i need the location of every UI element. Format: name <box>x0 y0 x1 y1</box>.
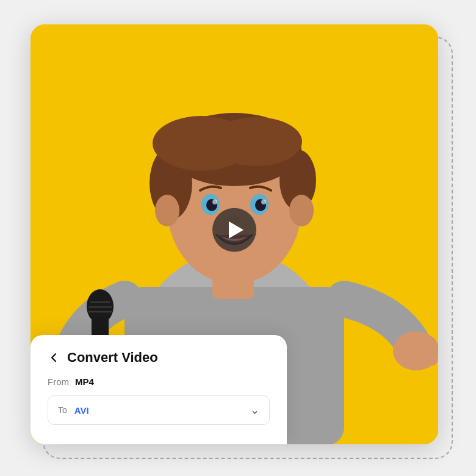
svg-point-15 <box>261 200 266 204</box>
to-value: AVI <box>74 405 245 416</box>
convert-card: Convert Video From MP4 To AVI ⌄ <box>31 335 287 444</box>
svg-point-17 <box>155 195 179 226</box>
from-row: From MP4 <box>48 377 270 387</box>
back-button[interactable] <box>48 352 60 364</box>
svg-point-21 <box>87 289 114 323</box>
from-label: From <box>48 377 69 387</box>
convert-header: Convert Video <box>48 350 270 366</box>
main-card: Convert Video From MP4 To AVI ⌄ <box>31 24 438 444</box>
chevron-down-icon: ⌄ <box>250 403 259 417</box>
to-label: To <box>58 405 67 415</box>
to-dropdown[interactable]: To AVI ⌄ <box>48 395 270 425</box>
play-icon <box>229 222 243 239</box>
svg-point-9 <box>211 117 302 166</box>
play-button[interactable] <box>212 208 256 252</box>
svg-point-18 <box>289 195 314 226</box>
from-value: MP4 <box>75 377 94 387</box>
svg-point-14 <box>212 200 217 204</box>
outer-container: Convert Video From MP4 To AVI ⌄ <box>31 24 445 452</box>
convert-title: Convert Video <box>67 350 158 366</box>
svg-point-28 <box>423 354 438 366</box>
